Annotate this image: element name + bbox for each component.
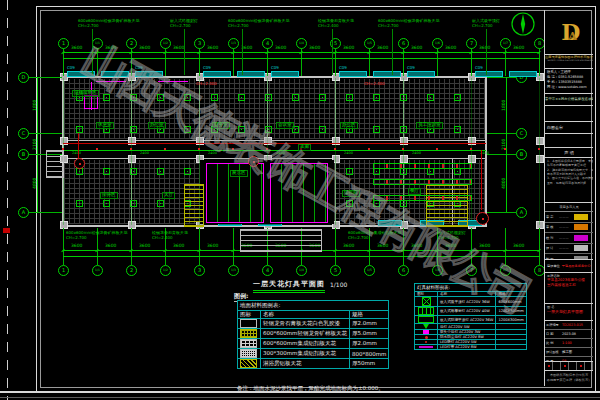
room-label-休息室: 休息室 [96, 122, 114, 129]
dim-top-11: 3600 [445, 46, 456, 51]
personnel-label: 设 计 [545, 246, 559, 250]
annotation-top-0: 600x600mm轻钢龙骨矿棉板天花CH=2.700 [78, 19, 139, 29]
light-fixture [130, 168, 137, 175]
axis-stub-bottom-0 [63, 228, 64, 265]
annotation-top-1: 嵌入式格栅射灯CH=2.700 [170, 19, 198, 29]
meta-value: TD2023-015 [562, 323, 583, 327]
grille-swatch-icon [418, 307, 434, 315]
axis-stub-bottom-14 [539, 228, 540, 265]
axis-bubble-bottom-6: 6 [398, 265, 409, 276]
column-0-3 [60, 221, 68, 229]
meta-rows: 工程编号TD2023-015日 期2023.08比 例1:100设计阶段施工图图… [545, 321, 593, 362]
room-label-接待区: 接待区 [100, 192, 118, 199]
mrect-swatch-icon [423, 330, 429, 334]
window-tag-10: C09 [407, 66, 415, 70]
owner-label: 建设单位 [547, 264, 560, 268]
legend-cell: 嵌入式吸平顶灯 AC220V 36W [438, 297, 496, 307]
dim-bottom-0: 3600 [71, 244, 82, 249]
signature-chip [574, 235, 588, 241]
legend-row: 轻钢龙骨石膏板天花白色乳胶漆厚2.0mm [238, 319, 389, 329]
personnel-label: 校 对 [545, 236, 559, 240]
meta-label: 设计阶段 [545, 350, 562, 354]
axis-bubble-right-B: B [516, 149, 527, 160]
stair-right [426, 184, 468, 227]
dim-right-2: 4800 [502, 178, 507, 189]
legend-cell: 800*800mm [349, 349, 388, 359]
meta-row-设计阶段: 设计阶段施工图 [545, 348, 593, 357]
personnel-signature: ——— [559, 236, 573, 240]
light-fixture [373, 94, 380, 101]
title-block: D A 山西天德装饰加固工程技术有限公司 SHANXI TIANDE DECOR… [544, 10, 593, 386]
meta-row-日 期: 日 期2023.08 [545, 330, 593, 339]
axis-line-14 [539, 78, 540, 225]
corridor-dot-10 [402, 148, 404, 150]
window-strip-9 [373, 71, 401, 77]
window-tag-12: C09 [475, 66, 483, 70]
dim-top-6: 3600 [275, 46, 286, 51]
annotation-top-5: 嵌入式吸平顶灯CH=2.700 [472, 19, 500, 29]
window-strip-0 [67, 71, 95, 77]
light-fixture [103, 94, 110, 101]
axis-stub-right-2 [487, 154, 516, 155]
annotation-leader-4 [392, 29, 393, 75]
signature-chip [574, 224, 588, 230]
axis-line-8 [335, 78, 336, 225]
light-fixture [346, 200, 353, 207]
signature-chip [574, 245, 588, 251]
company-logo: D A [545, 10, 593, 55]
red-label-1: CH=2.400 [364, 82, 385, 86]
annotation-bottom-3: 嵌入式格栅射灯CH=2.700 [438, 231, 466, 241]
rect-swatch-icon [418, 316, 434, 323]
legend-cell: 厚5.0mm [349, 329, 388, 339]
personnel-table: 项目参与人员审 定———审 核———校 对———设 计———制 图——— [545, 203, 593, 260]
legend-cell: 嵌入式防潮平顶灯 AC220V 36W [438, 316, 496, 324]
column-14-2 [536, 155, 544, 163]
axis-stub-left-1 [28, 133, 62, 134]
light-fixture [319, 126, 326, 133]
corridor-dot-2 [130, 148, 132, 150]
light-fixture [76, 168, 83, 175]
corridor-dot-1 [96, 148, 98, 150]
footer-line: 不得用于其它工程（版权所有） [545, 378, 593, 383]
magenta-window-1 [96, 81, 126, 82]
room-label-员工培训室: 员工培训室 [416, 122, 443, 129]
legend-cell: 厚50mm [349, 359, 388, 369]
axis-bubble-bottom-3: 3 [194, 265, 205, 276]
entrance-steps [240, 229, 322, 252]
corridor-dot-8 [334, 148, 336, 150]
legend-cell: 嵌入式格栅射灯 AC220V 40W [438, 307, 496, 316]
dim-bottom-11: 3600 [445, 244, 456, 249]
signoff-cells [545, 362, 593, 371]
corridor-dot-9 [368, 148, 370, 150]
legend-row: 嵌入式吸平顶灯 AC220V 36W600X600mm [415, 297, 527, 307]
light-fixture [130, 200, 137, 207]
room-label-大厅: 大厅 [162, 192, 175, 199]
company-contact: 联系人：王经理电 话：0351-5265888手 机：13503515888网 … [545, 69, 593, 94]
corridor-dot-5 [232, 148, 234, 150]
axis-stub-bottom-10 [403, 228, 404, 265]
light-fixture [400, 126, 407, 133]
annotation-top-2: 600x600mm轻钢龙骨矿棉板天花CH=2.700 [228, 19, 289, 29]
light-fixture [400, 168, 407, 175]
corridor-dim-10: 2400 [412, 152, 421, 156]
column-14-1 [536, 137, 544, 145]
column-14-0 [536, 73, 544, 81]
annotation-bottom-0: 600x600mm轻钢龙骨矿棉板天花CH=2.700 [66, 231, 127, 241]
review-row: 白图会审 [545, 122, 593, 134]
dim-top-4: 3600 [207, 46, 218, 51]
corridor-wall-upper [62, 140, 487, 141]
axis-bubble-bottom-1: 1 [58, 265, 69, 276]
axis-stub-right-3 [487, 212, 516, 213]
corridor-dot-4 [198, 148, 200, 150]
light-fixture [76, 126, 83, 133]
dim-top-9: 3600 [377, 46, 388, 51]
contact-line: 网 址：www.sxtdzs.com [547, 85, 591, 90]
light-legend-table: 图标名称规格嵌入式吸平顶灯 AC220V 36W600X600mm嵌入式格栅射灯… [414, 291, 527, 350]
tri-swatch-icon [423, 324, 429, 329]
legend-row: 淋浴房铝板天花厚50mm [238, 359, 389, 369]
corridor-wall-lower [62, 158, 487, 159]
legend-cell [415, 345, 438, 350]
axis-stub-bottom-5 [233, 228, 234, 265]
meta-value: 1:100 [562, 341, 572, 345]
dim-bottom-2: 3600 [139, 244, 150, 249]
